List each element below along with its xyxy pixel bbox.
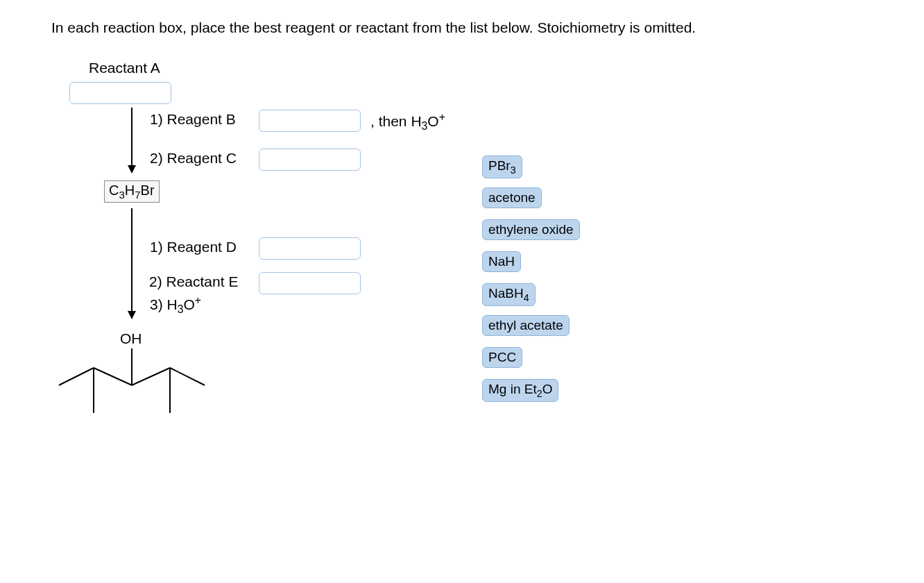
reagent-b-label: 1) Reagent B — [150, 111, 236, 128]
drop-slot-a[interactable] — [69, 82, 171, 104]
reagent-b-suffix: , then H3O+ — [370, 111, 445, 133]
svg-line-9 — [170, 368, 205, 385]
reagent-chip-mg-et2o[interactable]: Mg in Et2O — [482, 379, 558, 402]
reaction-arrow-2 — [121, 205, 142, 323]
drop-slot-d[interactable] — [259, 237, 361, 260]
svg-marker-3 — [128, 311, 136, 319]
reagent-chip-pbr3[interactable]: PBr3 — [482, 155, 522, 178]
svg-line-6 — [59, 368, 94, 385]
reagent-chip-ethyl-acetate[interactable]: ethyl acetate — [482, 315, 570, 336]
reagent-d-label: 1) Reagent D — [150, 239, 237, 255]
reactant-e-label: 2) Reactant E — [149, 273, 238, 290]
step-f-label: 3) H3O+ — [150, 294, 201, 316]
reagent-chip-nabh4[interactable]: NaBH4 — [482, 283, 536, 306]
reagent-chip-pcc[interactable]: PCC — [482, 347, 522, 368]
reagent-chip-ethylene-oxide[interactable]: ethylene oxide — [482, 219, 580, 240]
reagent-chip-acetone[interactable]: acetone — [482, 187, 542, 208]
product-structure — [49, 333, 222, 451]
drop-slot-c[interactable] — [259, 149, 361, 171]
drop-slot-b[interactable] — [259, 110, 361, 132]
svg-line-5 — [94, 368, 132, 385]
intermediate-formula: C3H7Br — [104, 180, 160, 203]
svg-line-8 — [132, 368, 170, 385]
svg-marker-1 — [128, 165, 136, 174]
reactant-a-label: Reactant A — [89, 60, 160, 76]
reagent-chip-nah[interactable]: NaH — [482, 251, 521, 272]
reaction-arrow-1 — [121, 104, 142, 177]
instruction-text: In each reaction box, place the best rea… — [51, 19, 696, 36]
reagent-c-label: 2) Reagent C — [150, 150, 237, 167]
drop-slot-e[interactable] — [259, 272, 361, 294]
